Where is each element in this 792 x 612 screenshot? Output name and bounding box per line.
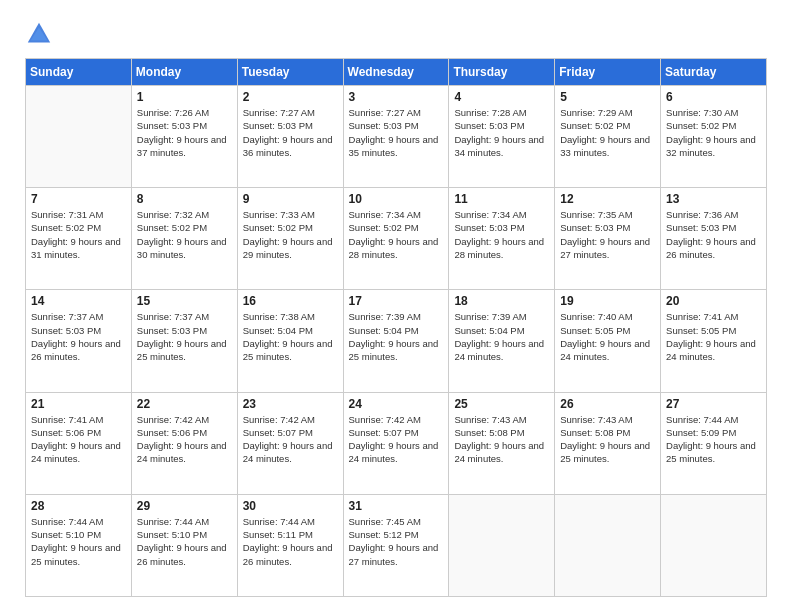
logo [25,20,57,48]
calendar-day-cell: 14Sunrise: 7:37 AMSunset: 5:03 PMDayligh… [26,290,132,392]
day-number: 25 [454,397,549,411]
day-number: 12 [560,192,655,206]
calendar-weekday-tuesday: Tuesday [237,59,343,86]
day-number: 11 [454,192,549,206]
day-info: Sunrise: 7:44 AMSunset: 5:10 PMDaylight:… [31,516,121,567]
day-info: Sunrise: 7:42 AMSunset: 5:07 PMDaylight:… [243,414,333,465]
calendar-week-row: 14Sunrise: 7:37 AMSunset: 5:03 PMDayligh… [26,290,767,392]
day-info: Sunrise: 7:26 AMSunset: 5:03 PMDaylight:… [137,107,227,158]
day-info: Sunrise: 7:35 AMSunset: 5:03 PMDaylight:… [560,209,650,260]
day-number: 5 [560,90,655,104]
day-number: 9 [243,192,338,206]
day-info: Sunrise: 7:37 AMSunset: 5:03 PMDaylight:… [137,311,227,362]
calendar-day-cell: 8Sunrise: 7:32 AMSunset: 5:02 PMDaylight… [131,188,237,290]
calendar-day-cell: 24Sunrise: 7:42 AMSunset: 5:07 PMDayligh… [343,392,449,494]
calendar-day-cell: 15Sunrise: 7:37 AMSunset: 5:03 PMDayligh… [131,290,237,392]
calendar-day-cell: 3Sunrise: 7:27 AMSunset: 5:03 PMDaylight… [343,86,449,188]
day-info: Sunrise: 7:27 AMSunset: 5:03 PMDaylight:… [243,107,333,158]
day-info: Sunrise: 7:41 AMSunset: 5:06 PMDaylight:… [31,414,121,465]
day-info: Sunrise: 7:39 AMSunset: 5:04 PMDaylight:… [349,311,439,362]
calendar-day-cell: 31Sunrise: 7:45 AMSunset: 5:12 PMDayligh… [343,494,449,596]
calendar-weekday-monday: Monday [131,59,237,86]
day-number: 23 [243,397,338,411]
calendar-day-cell: 20Sunrise: 7:41 AMSunset: 5:05 PMDayligh… [661,290,767,392]
calendar-day-cell: 6Sunrise: 7:30 AMSunset: 5:02 PMDaylight… [661,86,767,188]
day-number: 7 [31,192,126,206]
day-number: 6 [666,90,761,104]
calendar-day-cell [26,86,132,188]
logo-icon [25,20,53,48]
day-info: Sunrise: 7:40 AMSunset: 5:05 PMDaylight:… [560,311,650,362]
day-number: 10 [349,192,444,206]
calendar-weekday-saturday: Saturday [661,59,767,86]
calendar-day-cell: 26Sunrise: 7:43 AMSunset: 5:08 PMDayligh… [555,392,661,494]
day-number: 30 [243,499,338,513]
calendar-day-cell: 16Sunrise: 7:38 AMSunset: 5:04 PMDayligh… [237,290,343,392]
calendar-day-cell: 23Sunrise: 7:42 AMSunset: 5:07 PMDayligh… [237,392,343,494]
day-number: 2 [243,90,338,104]
calendar-header-row: SundayMondayTuesdayWednesdayThursdayFrid… [26,59,767,86]
day-number: 17 [349,294,444,308]
day-info: Sunrise: 7:45 AMSunset: 5:12 PMDaylight:… [349,516,439,567]
day-info: Sunrise: 7:37 AMSunset: 5:03 PMDaylight:… [31,311,121,362]
calendar-week-row: 1Sunrise: 7:26 AMSunset: 5:03 PMDaylight… [26,86,767,188]
calendar-day-cell: 25Sunrise: 7:43 AMSunset: 5:08 PMDayligh… [449,392,555,494]
calendar-day-cell: 19Sunrise: 7:40 AMSunset: 5:05 PMDayligh… [555,290,661,392]
calendar-weekday-friday: Friday [555,59,661,86]
calendar-weekday-thursday: Thursday [449,59,555,86]
day-info: Sunrise: 7:27 AMSunset: 5:03 PMDaylight:… [349,107,439,158]
calendar-day-cell: 28Sunrise: 7:44 AMSunset: 5:10 PMDayligh… [26,494,132,596]
calendar-day-cell: 11Sunrise: 7:34 AMSunset: 5:03 PMDayligh… [449,188,555,290]
day-info: Sunrise: 7:44 AMSunset: 5:09 PMDaylight:… [666,414,756,465]
day-info: Sunrise: 7:36 AMSunset: 5:03 PMDaylight:… [666,209,756,260]
day-number: 15 [137,294,232,308]
day-info: Sunrise: 7:43 AMSunset: 5:08 PMDaylight:… [560,414,650,465]
day-number: 28 [31,499,126,513]
day-info: Sunrise: 7:34 AMSunset: 5:02 PMDaylight:… [349,209,439,260]
day-info: Sunrise: 7:30 AMSunset: 5:02 PMDaylight:… [666,107,756,158]
calendar-day-cell: 30Sunrise: 7:44 AMSunset: 5:11 PMDayligh… [237,494,343,596]
day-number: 18 [454,294,549,308]
day-number: 1 [137,90,232,104]
calendar-weekday-wednesday: Wednesday [343,59,449,86]
calendar-day-cell: 21Sunrise: 7:41 AMSunset: 5:06 PMDayligh… [26,392,132,494]
day-number: 14 [31,294,126,308]
day-info: Sunrise: 7:33 AMSunset: 5:02 PMDaylight:… [243,209,333,260]
day-info: Sunrise: 7:44 AMSunset: 5:11 PMDaylight:… [243,516,333,567]
day-info: Sunrise: 7:28 AMSunset: 5:03 PMDaylight:… [454,107,544,158]
day-info: Sunrise: 7:41 AMSunset: 5:05 PMDaylight:… [666,311,756,362]
calendar-day-cell: 27Sunrise: 7:44 AMSunset: 5:09 PMDayligh… [661,392,767,494]
calendar-day-cell [555,494,661,596]
calendar-day-cell: 12Sunrise: 7:35 AMSunset: 5:03 PMDayligh… [555,188,661,290]
calendar-week-row: 28Sunrise: 7:44 AMSunset: 5:10 PMDayligh… [26,494,767,596]
day-number: 22 [137,397,232,411]
calendar-day-cell: 9Sunrise: 7:33 AMSunset: 5:02 PMDaylight… [237,188,343,290]
calendar-table: SundayMondayTuesdayWednesdayThursdayFrid… [25,58,767,597]
day-info: Sunrise: 7:42 AMSunset: 5:06 PMDaylight:… [137,414,227,465]
page: SundayMondayTuesdayWednesdayThursdayFrid… [0,0,792,612]
calendar-day-cell: 10Sunrise: 7:34 AMSunset: 5:02 PMDayligh… [343,188,449,290]
day-number: 3 [349,90,444,104]
day-info: Sunrise: 7:38 AMSunset: 5:04 PMDaylight:… [243,311,333,362]
calendar-day-cell: 13Sunrise: 7:36 AMSunset: 5:03 PMDayligh… [661,188,767,290]
calendar-day-cell: 4Sunrise: 7:28 AMSunset: 5:03 PMDaylight… [449,86,555,188]
calendar-day-cell: 7Sunrise: 7:31 AMSunset: 5:02 PMDaylight… [26,188,132,290]
day-info: Sunrise: 7:32 AMSunset: 5:02 PMDaylight:… [137,209,227,260]
calendar-day-cell: 18Sunrise: 7:39 AMSunset: 5:04 PMDayligh… [449,290,555,392]
calendar-day-cell: 5Sunrise: 7:29 AMSunset: 5:02 PMDaylight… [555,86,661,188]
day-number: 27 [666,397,761,411]
day-number: 19 [560,294,655,308]
day-info: Sunrise: 7:43 AMSunset: 5:08 PMDaylight:… [454,414,544,465]
day-info: Sunrise: 7:34 AMSunset: 5:03 PMDaylight:… [454,209,544,260]
day-info: Sunrise: 7:44 AMSunset: 5:10 PMDaylight:… [137,516,227,567]
calendar-weekday-sunday: Sunday [26,59,132,86]
day-number: 24 [349,397,444,411]
day-number: 4 [454,90,549,104]
calendar-day-cell [449,494,555,596]
calendar-day-cell: 17Sunrise: 7:39 AMSunset: 5:04 PMDayligh… [343,290,449,392]
calendar-day-cell: 2Sunrise: 7:27 AMSunset: 5:03 PMDaylight… [237,86,343,188]
day-number: 8 [137,192,232,206]
day-number: 20 [666,294,761,308]
calendar-week-row: 21Sunrise: 7:41 AMSunset: 5:06 PMDayligh… [26,392,767,494]
day-info: Sunrise: 7:39 AMSunset: 5:04 PMDaylight:… [454,311,544,362]
